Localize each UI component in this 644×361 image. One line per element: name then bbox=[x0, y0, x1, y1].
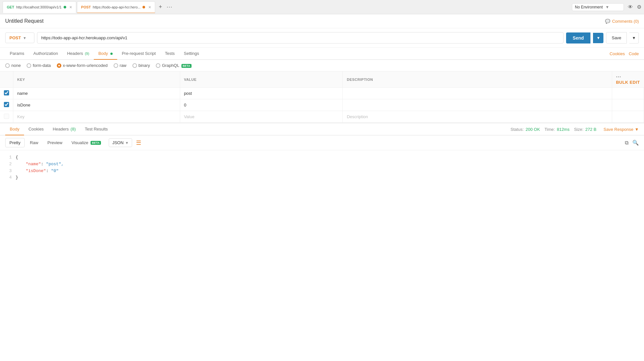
body-type-form-data[interactable]: form-data bbox=[27, 63, 51, 68]
format-visualize[interactable]: Visualize BETA bbox=[68, 138, 105, 147]
tab-pre-request[interactable]: Pre-request Script bbox=[117, 48, 160, 60]
save-button[interactable]: Save bbox=[606, 32, 627, 44]
radio-binary bbox=[132, 63, 137, 68]
th-description: DESCRIPTION bbox=[343, 71, 612, 88]
res-tab-test-results[interactable]: Test Results bbox=[80, 123, 112, 135]
line-3-colon: : bbox=[46, 168, 51, 173]
graphql-beta: BETA bbox=[181, 64, 192, 68]
response-tabs-row: Body Cookies Headers (8) Test Results St… bbox=[0, 123, 644, 135]
code-link[interactable]: Code bbox=[629, 51, 639, 56]
cookies-link[interactable]: Cookies bbox=[610, 51, 625, 56]
row2-checkbox[interactable] bbox=[4, 102, 9, 107]
line-num-1: 1 bbox=[5, 154, 12, 161]
row1-description[interactable] bbox=[343, 88, 612, 99]
headers-badge: (9) bbox=[85, 52, 89, 56]
radio-raw bbox=[114, 63, 118, 68]
tab-post-close[interactable]: × bbox=[148, 5, 151, 10]
table-row: isDone 0 bbox=[0, 99, 644, 111]
comments-link[interactable]: 💬 Comments (0) bbox=[605, 19, 639, 24]
tab-get[interactable]: GET http://localhost:3000/api/v1/1 × bbox=[3, 1, 76, 13]
time-value: 812ms bbox=[557, 127, 569, 132]
save-response-button[interactable]: Save Response ▼ bbox=[603, 127, 639, 132]
res-tab-body[interactable]: Body bbox=[5, 123, 24, 135]
body-type-raw[interactable]: raw bbox=[114, 63, 127, 68]
status-value: 200 OK bbox=[526, 127, 540, 132]
search-icon[interactable]: 🔍 bbox=[632, 140, 639, 146]
format-raw[interactable]: Raw bbox=[26, 138, 42, 147]
save-dropdown-button[interactable]: ▼ bbox=[629, 32, 639, 44]
row3-key[interactable]: Key bbox=[13, 111, 180, 123]
tab-get-dot bbox=[64, 6, 66, 8]
bulk-edit-link[interactable]: Bulk Edit bbox=[616, 80, 640, 85]
environment-select[interactable]: No Environment ▼ bbox=[572, 3, 624, 11]
tab-body[interactable]: Body bbox=[94, 48, 117, 60]
send-dropdown-button[interactable]: ▼ bbox=[593, 33, 604, 43]
tab-tests[interactable]: Tests bbox=[160, 48, 179, 60]
eye-icon[interactable]: 👁 bbox=[628, 4, 633, 10]
line-num-2: 2 bbox=[5, 161, 12, 168]
row2-description[interactable] bbox=[343, 99, 612, 111]
add-tab-button[interactable]: + bbox=[156, 3, 165, 12]
table-row: Key Value Description bbox=[0, 111, 644, 123]
th-actions: ··· Bulk Edit bbox=[612, 71, 644, 88]
table-row: name post bbox=[0, 88, 644, 99]
save-response-label: Save Response bbox=[603, 127, 633, 132]
row3-checkbox[interactable] bbox=[4, 114, 9, 119]
row2-value[interactable]: 0 bbox=[180, 99, 343, 111]
res-tab-headers[interactable]: Headers (8) bbox=[48, 123, 80, 135]
method-select[interactable]: POST ▼ bbox=[5, 32, 34, 43]
row2-actions bbox=[612, 99, 644, 111]
format-right: ⧉ 🔍 bbox=[625, 140, 639, 146]
tab-headers[interactable]: Headers (9) bbox=[63, 48, 94, 60]
body-type-urlencoded[interactable]: x-www-form-urlencoded bbox=[57, 63, 108, 68]
tab-params[interactable]: Params bbox=[5, 48, 29, 60]
res-headers-badge: (8) bbox=[70, 127, 76, 131]
environment-arrow: ▼ bbox=[605, 5, 609, 9]
tab-post[interactable]: POST https://todo-app-api-hcr.hero... × bbox=[77, 1, 155, 13]
row1-checkbox-cell bbox=[0, 88, 13, 99]
method-arrow: ▼ bbox=[23, 36, 26, 40]
format-pretty[interactable]: Pretty bbox=[5, 138, 25, 147]
gear-icon[interactable]: ⚙ bbox=[637, 4, 641, 10]
wrap-icon[interactable]: ☰ bbox=[136, 139, 141, 146]
status-label: Status: bbox=[511, 127, 524, 132]
row2-key[interactable]: isDone bbox=[13, 99, 180, 111]
more-tabs-button[interactable]: ··· bbox=[165, 3, 174, 12]
res-tab-cookies[interactable]: Cookies bbox=[24, 123, 48, 135]
row3-description[interactable]: Description bbox=[343, 111, 612, 123]
code-line-4: 4 } bbox=[5, 174, 639, 181]
visualize-beta: BETA bbox=[91, 141, 101, 145]
send-button[interactable]: Send bbox=[566, 32, 590, 44]
row1-actions bbox=[612, 88, 644, 99]
row1-key[interactable]: name bbox=[13, 88, 180, 99]
tab-authorization[interactable]: Authorization bbox=[29, 48, 63, 60]
body-type-row: none form-data x-www-form-urlencoded raw… bbox=[0, 60, 644, 71]
url-input[interactable] bbox=[37, 32, 564, 44]
body-type-none[interactable]: none bbox=[5, 63, 21, 68]
tab-settings[interactable]: Settings bbox=[179, 48, 204, 60]
tab-bar: GET http://localhost:3000/api/v1/1 × POS… bbox=[0, 0, 644, 14]
line-2-key: "name" bbox=[26, 162, 41, 167]
json-format-arrow: ▼ bbox=[125, 141, 129, 145]
comments-label: Comments (0) bbox=[612, 19, 639, 24]
line-3-key: "isDone" bbox=[26, 168, 46, 173]
three-dots-icon[interactable]: ··· bbox=[616, 74, 621, 80]
radio-form-data bbox=[27, 63, 31, 68]
line-4-brace: } bbox=[16, 174, 18, 181]
request-tabs-right: Cookies Code bbox=[610, 51, 639, 56]
radio-none bbox=[5, 63, 10, 68]
copy-icon[interactable]: ⧉ bbox=[625, 140, 628, 146]
environment-label: No Environment bbox=[575, 5, 603, 9]
response-section: Body Cookies Headers (8) Test Results St… bbox=[0, 123, 644, 185]
body-type-graphql[interactable]: GraphQL BETA bbox=[156, 63, 192, 68]
row3-value[interactable]: Value bbox=[180, 111, 343, 123]
tab-post-dot bbox=[142, 6, 145, 8]
body-type-binary[interactable]: binary bbox=[132, 63, 150, 68]
row1-value[interactable]: post bbox=[180, 88, 343, 99]
format-preview[interactable]: Preview bbox=[43, 138, 66, 147]
format-row: Pretty Raw Preview Visualize BETA JSON ▼… bbox=[0, 135, 644, 150]
json-format-select[interactable]: JSON ▼ bbox=[109, 138, 132, 147]
tab-get-close[interactable]: × bbox=[69, 5, 72, 10]
row1-checkbox[interactable] bbox=[4, 90, 9, 95]
radio-graphql bbox=[156, 63, 160, 68]
